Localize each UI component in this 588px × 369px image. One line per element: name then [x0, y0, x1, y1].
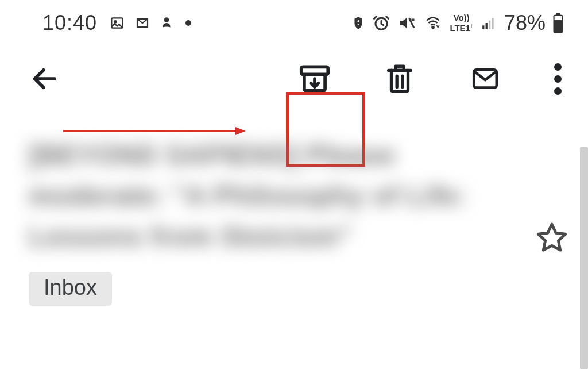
delete-button[interactable]: [383, 62, 416, 95]
svg-rect-5: [482, 25, 484, 29]
more-vertical-icon: [554, 63, 562, 95]
svg-point-4: [432, 26, 434, 28]
svg-rect-14: [301, 67, 328, 74]
person-icon: [159, 14, 174, 32]
email-toolbar: [0, 36, 588, 122]
svg-rect-6: [486, 23, 488, 29]
svg-rect-11: [555, 16, 562, 20]
back-button[interactable]: [30, 64, 60, 94]
status-left: 10:40: [42, 11, 191, 35]
svg-rect-8: [492, 18, 493, 29]
svg-rect-10: [556, 13, 561, 16]
battery-percent: 78%: [504, 11, 546, 35]
archive-button[interactable]: [297, 61, 332, 97]
scrollbar[interactable]: [580, 147, 588, 369]
email-subject: [BEYOND SAPIENS] Please moderate: "A Phi…: [29, 134, 477, 257]
image-icon: [109, 16, 126, 30]
battery-icon: [552, 13, 564, 33]
star-button[interactable]: [535, 221, 568, 256]
gmail-icon: [134, 16, 151, 30]
svg-point-1: [114, 21, 116, 22]
status-time: 10:40: [42, 11, 97, 35]
wifi-icon: [423, 16, 443, 30]
svg-rect-7: [489, 21, 490, 29]
status-bar: 10:40 Vo)) LTE1↑ 78%: [0, 0, 588, 36]
alarm-icon: [373, 14, 390, 32]
lte-indicator: Vo)) LTE1↑: [450, 14, 473, 32]
toolbar-actions: [297, 61, 567, 97]
notification-dot-icon: [185, 20, 191, 26]
svg-point-2: [164, 17, 169, 22]
status-right: Vo)) LTE1↑ 78%: [351, 11, 564, 35]
more-options-button[interactable]: [554, 63, 562, 95]
email-content: [BEYOND SAPIENS] Please moderate: "A Phi…: [0, 122, 588, 306]
inbox-label-chip[interactable]: Inbox: [29, 272, 112, 306]
signal-bars-icon: [480, 16, 497, 30]
recycle-icon: [351, 14, 366, 32]
mute-vibrate-icon: [397, 14, 416, 32]
blurred-subject-area: [BEYOND SAPIENS] Please moderate: "A Phi…: [29, 134, 554, 257]
mark-unread-button[interactable]: [467, 64, 504, 93]
